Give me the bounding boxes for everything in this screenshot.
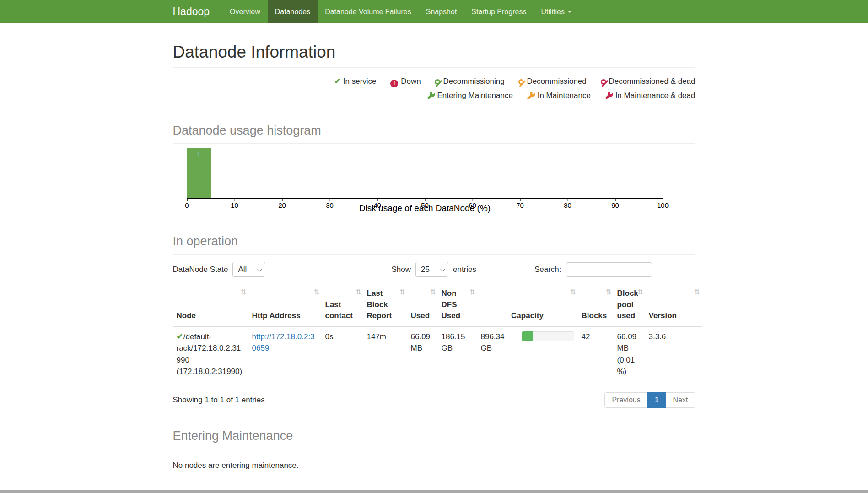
datanode-state-value: All xyxy=(238,265,247,274)
x-tick: 60 xyxy=(469,199,476,209)
nav-startup-progress[interactable]: Startup Progress xyxy=(464,0,534,23)
pagination-previous-button[interactable]: Previous xyxy=(604,392,647,408)
brand-hadoop[interactable]: Hadoop xyxy=(173,0,223,23)
legend-down: !Down xyxy=(390,77,421,86)
col-header-non-dfs-used[interactable]: Non DFS Used⇅ xyxy=(438,285,477,326)
sort-icon[interactable]: ⇅ xyxy=(606,287,612,297)
nav-utilities-dropdown[interactable]: Utilities xyxy=(534,0,579,23)
capacity-progress-fill xyxy=(522,331,533,341)
cell-blocks: 42 xyxy=(578,326,614,382)
check-icon: ✔ xyxy=(177,332,183,341)
page-length-value: 25 xyxy=(421,265,430,274)
capacity-text: 896.34 GB xyxy=(481,331,515,354)
page-title: Datanode Information xyxy=(173,43,695,62)
nav-snapshot[interactable]: Snapshot xyxy=(419,0,464,23)
wrench-icon xyxy=(605,92,613,99)
sort-icon[interactable]: ⇅ xyxy=(314,287,320,297)
search-input[interactable] xyxy=(566,262,652,277)
entering-maintenance-empty-text: No nodes are entering maintenance. xyxy=(173,461,695,470)
section-title-histogram: Datanode usage histogram xyxy=(173,124,695,138)
chevron-down-icon xyxy=(567,11,572,13)
x-tick: 80 xyxy=(564,199,571,209)
ban-icon xyxy=(601,79,606,85)
legend-label: Decommissioned & dead xyxy=(609,77,695,86)
legend-row-2: Entering Maintenance In Maintenance In M… xyxy=(173,88,695,103)
entries-label: entries xyxy=(453,265,476,274)
sort-icon[interactable]: ⇅ xyxy=(469,287,475,297)
datanodes-table: Node⇅ Http Address⇅ Last contact⇅ Last B… xyxy=(173,285,702,382)
datanode-usage-histogram: 1 0 10 20 30 40 50 60 70 80 90 100 Disk … xyxy=(187,148,663,213)
datanode-state-select[interactable]: All xyxy=(232,262,265,277)
col-header-label: Capacity xyxy=(511,311,544,320)
x-tick: 40 xyxy=(373,199,381,209)
col-header-used[interactable]: Used⇅ xyxy=(407,285,438,326)
sort-icon[interactable]: ⇅ xyxy=(399,287,405,297)
datanode-state-filter: DataNode State All xyxy=(173,262,270,277)
pagination-next-button[interactable]: Next xyxy=(666,392,695,408)
sort-icon[interactable]: ⇅ xyxy=(570,287,576,297)
x-tick: 10 xyxy=(231,199,238,209)
x-tick: 50 xyxy=(421,199,429,209)
x-tick: 90 xyxy=(611,199,619,209)
table-search: Search: xyxy=(534,262,652,277)
cell-non-dfs-used: 186.15 GB xyxy=(438,326,477,382)
col-header-capacity[interactable]: Capacity⇅ xyxy=(477,285,578,326)
http-address-link[interactable]: http://172.18.0.2:30659 xyxy=(252,332,315,353)
cell-last-contact: 0s xyxy=(322,326,363,382)
col-header-label: Used xyxy=(411,311,430,320)
nav-datanodes[interactable]: Datanodes xyxy=(268,0,318,23)
cell-block-pool-used: 66.09 MB (0.01%) xyxy=(614,326,645,382)
legend-label: Decommissioning xyxy=(443,77,504,86)
col-header-version[interactable]: Version⇅ xyxy=(645,285,702,326)
cell-used: 66.09 MB xyxy=(407,326,438,382)
nav-datanode-volume-failures[interactable]: Datanode Volume Failures xyxy=(318,0,419,23)
legend-decommissioned-dead: Decommissioned & dead xyxy=(601,77,695,86)
x-tick: 100 xyxy=(657,199,669,209)
cell-http-address: http://172.18.0.2:30659 xyxy=(248,326,322,382)
capacity-progress-bar xyxy=(522,331,574,341)
legend-row-1: ✔In service !Down Decommissioning Decomm… xyxy=(173,74,695,88)
divider xyxy=(173,67,695,68)
cell-last-block-report: 147m xyxy=(363,326,407,382)
divider xyxy=(173,449,695,449)
sort-icon[interactable]: ⇅ xyxy=(637,287,643,297)
col-header-label: Version xyxy=(649,311,677,320)
col-header-http-address[interactable]: Http Address⇅ xyxy=(248,285,322,326)
x-axis-ticks: 0 10 20 30 40 50 60 70 80 90 100 xyxy=(187,199,663,210)
sort-icon[interactable]: ⇅ xyxy=(241,287,247,297)
cell-node: ✔/default-rack/172.18.0.2:31990 (172.18.… xyxy=(173,326,248,382)
col-header-last-contact[interactable]: Last contact⇅ xyxy=(322,285,363,326)
nav-overview[interactable]: Overview xyxy=(222,0,268,23)
legend-in-service: ✔In service xyxy=(334,77,377,86)
legend-entering-maintenance: Entering Maintenance xyxy=(427,91,513,100)
col-header-label: Last contact xyxy=(325,300,353,320)
sort-icon[interactable]: ⇅ xyxy=(430,287,436,297)
col-header-block-pool-used[interactable]: Block pool used⇅ xyxy=(614,285,645,326)
nav-utilities-label: Utilities xyxy=(541,8,565,16)
col-header-blocks[interactable]: Blocks⇅ xyxy=(578,285,614,326)
section-title-in-operation: In operation xyxy=(173,234,695,249)
cell-version: 3.3.6 xyxy=(645,326,702,382)
col-header-last-block-report[interactable]: Last Block Report⇅ xyxy=(363,285,407,326)
pagination-page-1-button[interactable]: 1 xyxy=(647,392,666,408)
cell-capacity: 896.34 GB xyxy=(477,326,578,382)
exclamation-circle-icon: ! xyxy=(390,80,398,87)
bottom-edge-strip xyxy=(0,490,868,493)
col-header-label: Node xyxy=(177,311,196,320)
chevron-down-icon xyxy=(440,266,445,271)
table-header-row: Node⇅ Http Address⇅ Last contact⇅ Last B… xyxy=(173,285,702,326)
legend-label: In Maintenance & dead xyxy=(615,91,695,100)
wrench-icon xyxy=(427,92,435,99)
sort-icon[interactable]: ⇅ xyxy=(694,287,700,297)
page-length-select[interactable]: 25 xyxy=(415,262,448,277)
x-tick: 0 xyxy=(185,199,189,209)
legend-in-maintenance: In Maintenance xyxy=(527,91,591,100)
legend-label: Down xyxy=(401,77,421,86)
show-label: Show xyxy=(391,265,411,274)
col-header-node[interactable]: Node⇅ xyxy=(173,285,248,326)
sort-icon[interactable]: ⇅ xyxy=(356,287,361,297)
section-title-entering-maintenance: Entering Maintenance xyxy=(173,429,695,443)
divider xyxy=(173,254,695,255)
x-tick: 30 xyxy=(326,199,334,209)
table-info: Showing 1 to 1 of 1 entries xyxy=(173,395,265,405)
